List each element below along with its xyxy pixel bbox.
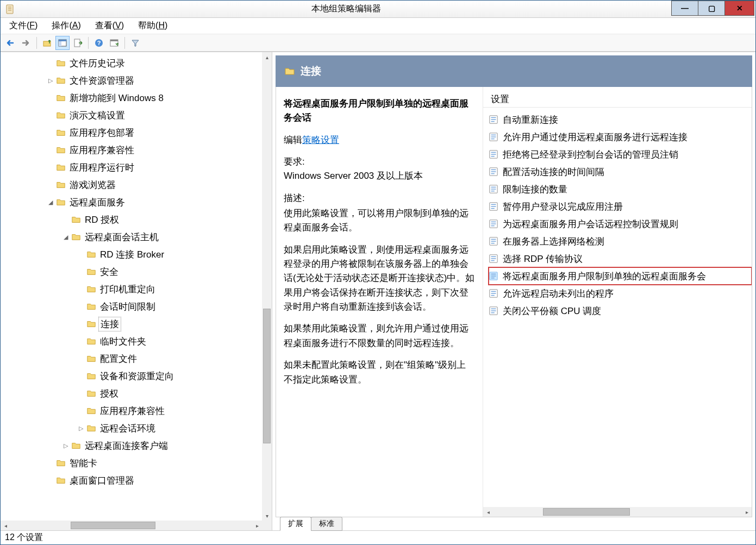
tab-extended[interactable]: 扩展 <box>280 517 311 531</box>
tree-node[interactable]: 会话时间限制 <box>1 298 262 315</box>
menu-action[interactable]: 操作(A) <box>48 18 84 34</box>
setting-item[interactable]: 自动重新连接 <box>489 111 752 128</box>
settings-column: 设置 自动重新连接允许用户通过使用远程桌面服务进行远程连接拒绝将已经登录到控制台… <box>483 87 752 517</box>
setting-item[interactable]: 拒绝将已经登录到控制台会话的管理员注销 <box>489 146 752 163</box>
export-button[interactable] <box>71 36 85 50</box>
tree-label: 配置文件 <box>98 352 139 366</box>
tree-node[interactable]: 打印机重定向 <box>1 280 262 298</box>
setting-item[interactable]: 将远程桌面服务用户限制到单独的远程桌面服务会 <box>489 267 752 285</box>
tree-container: 文件历史记录▷文件资源管理器新增功能到 Windows 8演示文稿设置应用程序包… <box>1 52 272 530</box>
folder-icon <box>86 267 96 277</box>
policy-settings-link[interactable]: 策略设置 <box>302 135 339 145</box>
folder-icon <box>71 441 81 450</box>
setting-item-label: 配置活动连接的时间间隔 <box>503 166 604 178</box>
scroll-left-button[interactable]: ◂ <box>483 507 493 517</box>
tree-node[interactable]: 应用程序兼容性 <box>1 141 262 159</box>
setting-item[interactable]: 在服务器上选择网络检测 <box>489 233 752 250</box>
tree-node[interactable]: 应用程序兼容性 <box>1 402 262 419</box>
close-button[interactable]: ✕ <box>724 1 754 16</box>
setting-item[interactable]: 为远程桌面服务用户会话远程控制设置规则 <box>489 215 752 233</box>
tree-node[interactable]: 临时文件夹 <box>1 333 262 350</box>
setting-item[interactable]: 限制连接的数量 <box>489 180 752 198</box>
tree-node[interactable]: 设备和资源重定向 <box>1 367 262 385</box>
setting-item[interactable]: 关闭公平份额 CPU 调度 <box>489 302 752 320</box>
folder-icon <box>56 475 66 485</box>
menu-help[interactable]: 帮助(H) <box>135 18 171 34</box>
policy-icon <box>489 271 498 281</box>
show-hide-tree-button[interactable] <box>55 36 70 50</box>
setting-title: 将远程桌面服务用户限制到单独的远程桌面服务会话 <box>284 97 475 126</box>
tree-node[interactable]: RD 连接 Broker <box>1 246 262 263</box>
tree-node[interactable]: ◢远程桌面服务 <box>1 193 262 211</box>
tree-expander[interactable]: ▷ <box>77 425 85 432</box>
tree-node[interactable]: 授权 <box>1 385 262 402</box>
setting-item[interactable]: 暂停用户登录以完成应用注册 <box>489 198 752 215</box>
settings-column-header[interactable]: 设置 <box>483 91 752 108</box>
scroll-track[interactable] <box>493 507 742 517</box>
setting-item[interactable]: 允许远程启动未列出的程序 <box>489 285 752 302</box>
scroll-right-button[interactable]: ▸ <box>252 521 262 530</box>
tab-standard[interactable]: 标准 <box>311 517 342 531</box>
tree-expander[interactable]: ◢ <box>46 199 55 206</box>
tree-node[interactable]: 桌面窗口管理器 <box>1 472 262 489</box>
menu-view[interactable]: 查看(V) <box>92 18 127 34</box>
arrow-left-icon <box>5 39 16 47</box>
maximize-button[interactable]: ▢ <box>698 1 725 16</box>
properties-button[interactable] <box>107 36 121 50</box>
scroll-right-button[interactable]: ▸ <box>742 507 752 517</box>
scroll-up-button[interactable]: ▴ <box>262 52 272 62</box>
tree-vertical-scrollbar[interactable]: ▴ ▾ <box>262 52 272 521</box>
setting-item[interactable]: 配置活动连接的时间间隔 <box>489 163 752 180</box>
tree-node[interactable]: 应用程序包部署 <box>1 124 262 141</box>
tree-label: 应用程序运行时 <box>68 161 136 174</box>
tree-node[interactable]: 应用程序运行时 <box>1 159 262 176</box>
description-column: 将远程桌面服务用户限制到单独的远程桌面服务会话 编辑策略设置 要求: Windo… <box>276 87 483 517</box>
folder-icon <box>56 145 66 155</box>
up-button[interactable] <box>40 36 54 50</box>
tree-node[interactable]: ▷远程桌面连接客户端 <box>1 437 262 454</box>
filter-button[interactable] <box>128 36 142 50</box>
tree-node[interactable]: 新增功能到 Windows 8 <box>1 89 262 107</box>
scroll-down-button[interactable]: ▾ <box>262 511 272 521</box>
tree-label: RD 连接 Broker <box>98 248 166 261</box>
help-icon: ? <box>94 38 104 48</box>
toolbar: ? <box>1 34 755 52</box>
folder-icon <box>56 197 66 207</box>
toolbar-separator <box>36 37 37 49</box>
scroll-track[interactable] <box>262 62 272 511</box>
forward-button[interactable] <box>19 36 33 50</box>
minimize-button[interactable]: — <box>671 1 698 16</box>
tree-expander[interactable]: ▷ <box>61 442 70 449</box>
tree-expander[interactable]: ▷ <box>46 77 55 84</box>
tree-node[interactable]: 游戏浏览器 <box>1 176 262 193</box>
setting-item[interactable]: 允许用户通过使用远程桌面服务进行远程连接 <box>489 128 752 146</box>
setting-item[interactable]: 选择 RDP 传输协议 <box>489 250 752 267</box>
app-icon <box>5 4 16 15</box>
edit-prefix: 编辑 <box>284 135 302 145</box>
scroll-track[interactable] <box>10 521 252 530</box>
tree-node[interactable]: 演示文稿设置 <box>1 107 262 124</box>
tree-horizontal-scrollbar[interactable]: ◂ ▸ <box>1 521 262 530</box>
scroll-left-button[interactable]: ◂ <box>1 521 10 530</box>
setting-item-label: 允许远程启动未列出的程序 <box>503 287 614 300</box>
policy-icon <box>489 289 498 298</box>
folder-icon <box>56 458 66 468</box>
tree-node[interactable]: 智能卡 <box>1 454 262 472</box>
settings-horizontal-scrollbar[interactable]: ◂ ▸ <box>483 507 752 517</box>
help-button[interactable]: ? <box>92 36 106 50</box>
tree-node[interactable]: 文件历史记录 <box>1 54 262 72</box>
folder-icon <box>56 128 66 137</box>
tabs-row: 扩展 标准 <box>276 517 752 530</box>
settings-list[interactable]: 自动重新连接允许用户通过使用远程桌面服务进行远程连接拒绝将已经登录到控制台会话的… <box>483 108 752 517</box>
tree-scroll-area[interactable]: 文件历史记录▷文件资源管理器新增功能到 Windows 8演示文稿设置应用程序包… <box>1 52 262 521</box>
tree-node[interactable]: ▷远程会话环境 <box>1 419 262 437</box>
tree-node[interactable]: ◢远程桌面会话主机 <box>1 228 262 246</box>
tree-expander[interactable]: ◢ <box>61 234 70 241</box>
tree-node[interactable]: 连接 <box>1 315 262 333</box>
tree-node[interactable]: 配置文件 <box>1 350 262 367</box>
tree-node[interactable]: 安全 <box>1 263 262 280</box>
menu-file[interactable]: 文件(F) <box>6 18 41 34</box>
tree-node[interactable]: ▷文件资源管理器 <box>1 72 262 89</box>
tree-node[interactable]: RD 授权 <box>1 211 262 228</box>
back-button[interactable] <box>4 36 18 50</box>
